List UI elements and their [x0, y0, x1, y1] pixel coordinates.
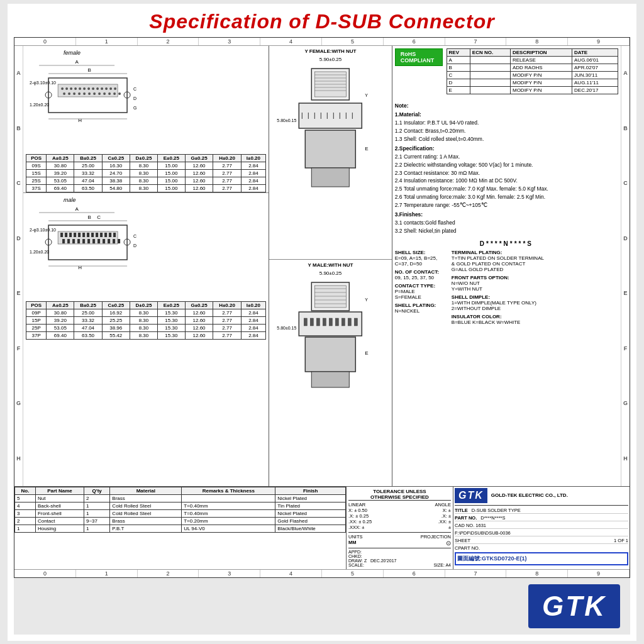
tb-row-pn: PART NO. D****N****S: [455, 515, 628, 521]
svg-text:E: E: [365, 350, 368, 356]
svg-rect-8: [58, 84, 118, 97]
svg-point-24: [73, 92, 75, 95]
dim-b: 25.00: [74, 162, 102, 169]
svg-rect-113: [316, 318, 319, 326]
dim-table-header: G±0.25: [185, 154, 213, 162]
spec-2: 2.2 Dielectric withstanding voltage: 500…: [395, 161, 618, 169]
tb-title-label: TITLE: [455, 508, 468, 513]
svg-rect-118: [348, 318, 351, 326]
tb-file: F:\PDF\DSUB\DSUB-0036: [455, 530, 511, 536]
row-letter-g: G: [16, 400, 21, 406]
rev-row: EMODIFY P/NDEC.20'17: [447, 86, 618, 94]
female-side-svg: Y 5.80±0.15 E: [272, 62, 389, 226]
table-row: 25P53.0547.0438.968.3015.3012.602.772.84: [26, 324, 266, 331]
revision-table: REV ECN NO. DESCRIPTION DATE ARELEASEAUG…: [447, 48, 618, 94]
ruler-cell: 2: [138, 38, 199, 45]
svg-rect-59: [100, 233, 103, 237]
svg-text:H: H: [78, 118, 82, 123]
tol-row-4: .XXX: ± ±: [348, 525, 451, 530]
svg-point-29: [98, 92, 101, 95]
company-name: GOLD-TEK ELECTRIC CO., LTD.: [491, 492, 568, 498]
female-dimension-table: POS A±0.25 B±0.25 C±0.25 D±0.25 E±0.25 G…: [26, 154, 266, 192]
dim-table-header: C±0.25: [102, 154, 130, 162]
units-block: UNITS PROJECTION MM ⊙: [348, 532, 451, 547]
pn-front-parts: FRONT PARTS OPTION:N=W/O NUTY=WITH NUT: [452, 275, 544, 292]
ruler-cell: 8: [506, 38, 568, 45]
male-dimension-table: POS A±0.25 B±0.25 C±0.25 D±0.25 E±0.25 G…: [26, 301, 266, 340]
svg-text:C: C: [133, 87, 136, 91]
row-letter-h: H: [16, 455, 21, 462]
row-letter-d: D: [16, 235, 21, 242]
rev-row: BADD RAOHSAPR.02'07: [447, 64, 618, 71]
spec-4: 2.4 Insulation resistance: 1000 MΩ Min a…: [395, 177, 618, 185]
rev-row: CMODIFY P/NJUN.30'11: [447, 71, 618, 79]
tb-row-cad: CAD NO. 1631: [455, 523, 628, 529]
rev-row: ARELEASEAUG.06'01: [447, 56, 618, 64]
svg-text:A: A: [75, 59, 79, 65]
svg-rect-119: [354, 318, 357, 326]
female-connector-section: female A B 2-φ3.10±0.10: [23, 46, 269, 193]
svg-point-14: [83, 87, 86, 90]
finish-2: 3.2 Shell: Nickel,tin plated: [395, 227, 618, 235]
svg-text:E: E: [365, 146, 368, 152]
svg-rect-54: [78, 233, 80, 237]
svg-text:C: C: [97, 214, 101, 220]
svg-text:H: H: [78, 265, 82, 270]
svg-text:G: G: [133, 106, 136, 110]
material-3: 1.3 Shell: Cold rolled steel,t=0.40mm.: [395, 135, 618, 143]
row-letter-g-r: G: [623, 400, 628, 406]
svg-rect-62: [113, 233, 116, 237]
svg-rect-116: [335, 318, 338, 326]
svg-text:1.20±0.20: 1.20±0.20: [30, 103, 49, 107]
pn-shell-size: SHELL SIZE:E=09, A=15, B=25,C=37, D=50: [395, 250, 439, 267]
tb-title-val: D-SUB SOLDER TYPE: [472, 508, 521, 513]
svg-point-15: [87, 87, 90, 90]
ruler-cell: 6: [384, 38, 445, 45]
ruler-cell: 3: [199, 38, 260, 45]
ruler-cell: 4: [260, 38, 322, 45]
bom-row: 5Nut2BrassNickel Plated: [15, 494, 346, 502]
rohs-rev-area: RoHS COMPLIANT REV ECN NO. DESCRIPTION D…: [395, 48, 618, 98]
svg-rect-69: [92, 239, 95, 243]
center-panel: Y FEMALE:WITH NUT 5.90±0.25: [269, 46, 392, 486]
svg-point-18: [101, 87, 103, 90]
gtk-bottom-area: GTK: [14, 578, 630, 635]
table-row: 09S 30.80 25.00 16.30 8.30 15.00 12.60 2…: [26, 162, 266, 169]
svg-rect-99: [311, 168, 349, 187]
company-row: GTK GOLD-TEK ELECTRIC CO., LTD.: [455, 488, 628, 506]
svg-point-21: [114, 87, 116, 90]
material-1: 1.1 Insulator: P.B.T UL 94-V0 rated.: [395, 119, 618, 127]
pn-coding-content: SHELL SIZE:E=09, A=15, B=25,C=37, D=50 N…: [395, 250, 618, 325]
pn-shell-plating: SHELL PLATING:N=NICKEL: [395, 303, 439, 314]
tb-row-file: F:\PDF\DSUB\DSUB-0036: [455, 530, 628, 536]
svg-rect-50: [60, 233, 63, 237]
notes-section: Note: 1.Material: 1.1 Insulator: P.B.T U…: [395, 102, 618, 235]
bom-row: 4Back-shell1Cold Rolled SteelT=0.40mmTin…: [15, 502, 346, 509]
svg-rect-115: [329, 318, 332, 326]
bom-section: No. Part Name Q'ty Material Remarks & Th…: [14, 487, 347, 569]
row-letter-f-r: F: [624, 345, 628, 352]
spec-6: 2.6 Total unmating force:male: 3.0 Kgf M…: [395, 193, 618, 201]
female-side-view: Y FEMALE:WITH NUT 5.90±0.25: [269, 46, 392, 260]
bom-row: 1Housing1P.B.TUL 94-V0Black/Blue/White: [15, 525, 346, 532]
svg-rect-73: [113, 239, 115, 243]
svg-point-26: [83, 92, 86, 95]
svg-rect-51: [65, 233, 67, 237]
dim-e: 15.00: [158, 162, 186, 169]
row-letters-right: A B C D E F G H: [621, 46, 630, 486]
dim-d: 8.30: [130, 162, 157, 169]
table-row: 37S69.4063.5054.808.3015.0012.602.772.84: [26, 184, 266, 192]
svg-rect-60: [104, 233, 107, 237]
dim-table-header: D±0.25: [130, 154, 157, 162]
tb-row-cpart: CPART NO.: [455, 545, 628, 551]
ruler-cell: 1: [76, 38, 138, 45]
dim-note-female: 5.90±0.25: [272, 57, 389, 62]
page-title: Specification of D-SUB Connector: [14, 10, 630, 33]
ruler-cell: 5: [322, 38, 384, 45]
svg-rect-56: [87, 233, 89, 237]
tolerance-title: TOLERANCE UNLESSOTHERWISE SPECIFIED: [348, 489, 451, 501]
svg-rect-121: [311, 372, 349, 387]
svg-rect-111: [304, 318, 307, 326]
svg-rect-57: [91, 233, 94, 237]
dim-g: 12.60: [185, 162, 213, 169]
